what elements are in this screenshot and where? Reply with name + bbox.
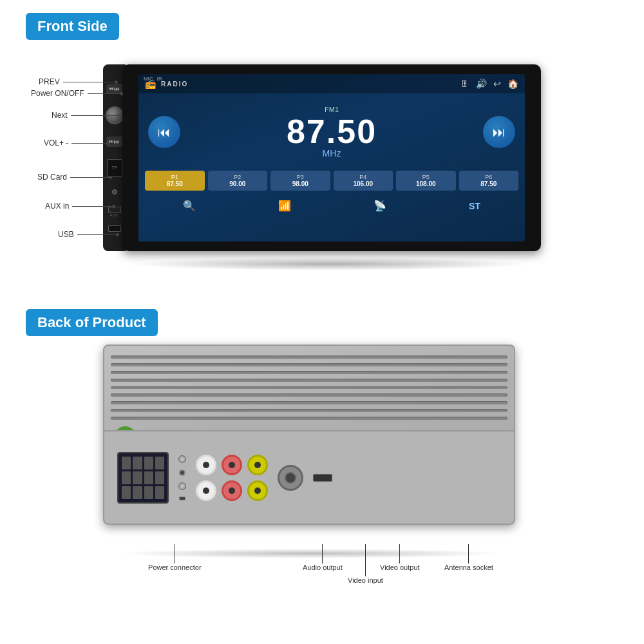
next-track-button[interactable]: ⏭ xyxy=(483,116,515,148)
preset-buttons: P187.50P290.00P398.00P4106.00P5108.00P68… xyxy=(138,171,525,196)
annotation-power-dot xyxy=(120,92,123,95)
vent-7 xyxy=(111,401,507,404)
volume-icon[interactable]: 🔊 xyxy=(476,79,487,89)
prev-track-button[interactable]: ⏮ xyxy=(148,116,180,148)
rca-connectors xyxy=(196,455,268,501)
annotation-vol-dot xyxy=(106,142,109,145)
rca-audio-right xyxy=(222,455,242,475)
wire-pin-8 xyxy=(155,471,164,484)
annotation-usb: USB xyxy=(58,230,119,239)
annotation-sd: SD Card xyxy=(37,173,112,182)
annotation-aux-line xyxy=(72,206,112,207)
annotation-power-connector: Power connector xyxy=(148,544,202,571)
antenna-socket xyxy=(278,465,303,491)
annotation-prev-text: PREV xyxy=(39,77,60,86)
vent-4 xyxy=(111,379,507,382)
back-usb-port xyxy=(313,474,332,482)
wire-pin-9 xyxy=(122,486,131,499)
wire-pin-6 xyxy=(133,471,142,484)
mini-socket xyxy=(179,497,185,500)
annotation-prev-dot xyxy=(115,80,118,84)
annotation-audio-output: Audio output xyxy=(303,544,343,571)
annotation-sd-text: SD Card xyxy=(37,173,67,182)
back-icon[interactable]: ↩ xyxy=(493,79,501,89)
front-device: ⏮ ⏭ TF AUX M xyxy=(103,45,541,264)
cooling-vents xyxy=(111,355,507,420)
annotation-prev-line xyxy=(63,82,115,82)
annotation-next: Next xyxy=(52,111,120,120)
vent-8 xyxy=(111,409,507,412)
vent-6 xyxy=(111,393,507,397)
annotation-aux: AUX in xyxy=(45,202,115,211)
annotation-next-line xyxy=(71,115,117,116)
frequency-display: FM1 87.50 MHz xyxy=(187,106,477,158)
annotation-sd-dot xyxy=(109,176,112,179)
wire-pin-5 xyxy=(122,471,131,484)
annotation-next-dot xyxy=(117,114,120,117)
wire-pin-4 xyxy=(155,457,164,469)
rca-video-in-right xyxy=(222,480,242,501)
spacer-panel xyxy=(178,455,186,500)
radio-screen: MIC IR 📻 RADIO 🎚 🔊 ↩ 🏠 xyxy=(138,74,525,242)
preset-btn-p3[interactable]: P398.00 xyxy=(270,171,330,191)
rca-video-in-left xyxy=(196,480,216,501)
ann-line-power xyxy=(175,544,175,564)
rca-video-output xyxy=(247,455,268,475)
annotation-power: Power ON/OFF xyxy=(31,89,123,98)
home-icon[interactable]: 🏠 xyxy=(507,79,518,89)
wifi-icon[interactable]: 📶 xyxy=(278,200,291,212)
ann-line-antenna xyxy=(468,544,469,564)
screw-1 xyxy=(178,455,186,463)
wire-pin-1 xyxy=(122,457,131,469)
annotation-aux-dot xyxy=(112,205,115,208)
screen-bottom: 🔍 📶 📡 ST xyxy=(138,196,525,216)
device-shadow xyxy=(129,258,528,270)
ann-line-video-in xyxy=(365,544,366,576)
wire-pin-10 xyxy=(133,486,142,499)
annotation-power-connector-text: Power connector xyxy=(148,564,202,571)
audio-socket xyxy=(179,469,185,476)
preset-btn-p1[interactable]: P187.50 xyxy=(145,171,205,191)
vent-3 xyxy=(111,371,507,374)
rca-video-in-video xyxy=(247,480,268,501)
vent-1 xyxy=(111,355,507,359)
annotation-antenna: Antenna socket xyxy=(444,544,493,571)
annotation-aux-text: AUX in xyxy=(45,202,69,211)
mic-ir-labels: MIC IR xyxy=(144,76,162,82)
vent-2 xyxy=(111,363,507,366)
annotation-power-line xyxy=(88,93,120,94)
search-icon[interactable]: 🔍 xyxy=(183,200,196,212)
annotation-usb-dot xyxy=(116,233,119,236)
preset-btn-p2[interactable]: P290.00 xyxy=(208,171,268,191)
back-device: ISO CE xyxy=(103,345,528,551)
wire-pin-2 xyxy=(133,457,142,469)
device-bezel: MIC IR 📻 RADIO 🎚 🔊 ↩ 🏠 xyxy=(122,64,541,251)
annotation-prev: PREV xyxy=(39,77,118,86)
equalizer-icon[interactable]: 🎚 xyxy=(460,79,469,89)
screw-2 xyxy=(178,482,186,490)
annotation-power-text: Power ON/OFF xyxy=(31,89,84,98)
annotation-vol-text: VOL+ - xyxy=(44,138,68,147)
aux-jack xyxy=(112,189,117,194)
preset-btn-p4[interactable]: P4106.00 xyxy=(334,171,393,191)
wire-pin-12 xyxy=(155,486,164,499)
annotation-sd-line xyxy=(70,177,109,178)
usb-slot-back xyxy=(313,474,332,482)
wire-pin-3 xyxy=(144,457,153,469)
annotation-next-text: Next xyxy=(52,111,68,120)
back-connectors-panel xyxy=(104,430,514,524)
preset-btn-p6[interactable]: P687.50 xyxy=(459,171,519,191)
ann-line-audio xyxy=(322,544,323,564)
vent-9 xyxy=(111,417,507,420)
preset-btn-p5[interactable]: P5108.00 xyxy=(396,171,456,191)
vent-5 xyxy=(111,386,507,390)
back-annotations: Power connector Audio output Video input… xyxy=(103,544,528,602)
annotation-vol: VOL+ - xyxy=(44,138,109,147)
annotation-vol-line xyxy=(71,143,106,144)
signal-icon[interactable]: 📡 xyxy=(374,200,386,212)
back-chassis: ISO CE xyxy=(103,345,515,525)
antenna-inner xyxy=(285,472,296,484)
annotation-usb-line xyxy=(77,234,116,235)
power-connector xyxy=(117,452,169,504)
annotation-video-output-text: Video output xyxy=(380,564,420,571)
